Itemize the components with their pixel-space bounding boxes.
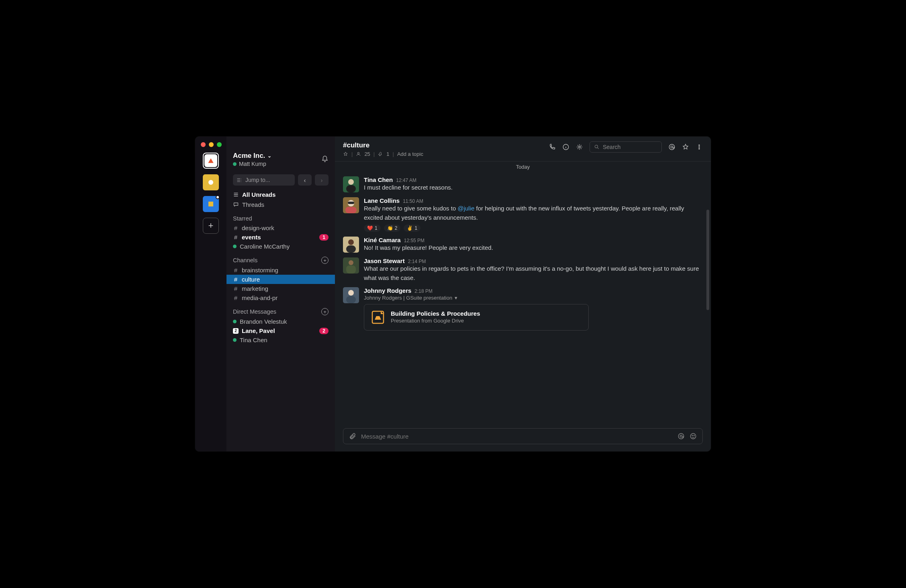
mentions-icon[interactable] [668, 143, 675, 151]
history-back-button[interactable]: ‹ [298, 174, 312, 186]
message-time: 12:55 PM [404, 238, 424, 243]
all-unreads-link[interactable]: All Unreads [226, 190, 335, 200]
gear-icon[interactable] [576, 143, 583, 151]
svg-point-6 [699, 147, 700, 147]
message-author[interactable]: Lane Collins [364, 197, 400, 204]
workspace-switcher-3[interactable] [203, 196, 219, 212]
svg-point-5 [699, 145, 700, 145]
message-author[interactable]: Johnny Rodgers [364, 287, 411, 294]
phone-icon[interactable] [549, 143, 556, 151]
channel-label: marketing [242, 285, 268, 292]
channel-header: #culture | 25 | 1 | Add a topic [335, 137, 711, 161]
pin-count[interactable]: 1 [386, 151, 389, 157]
avatar[interactable] [343, 237, 359, 253]
dm-label: Brandon Velestuk [240, 318, 287, 325]
svg-point-17 [348, 290, 354, 296]
emoji-icon[interactable] [690, 433, 697, 440]
peace-emoji-icon: ✌️ [407, 225, 413, 231]
dm-label: Caroline McCarthy [240, 243, 290, 250]
message-list[interactable]: Today Tina Chen 12:47 AM I must decline … [335, 161, 711, 428]
workspace-menu[interactable]: Acme Inc. ⌄ [233, 152, 271, 160]
message-time: 2:14 PM [408, 259, 426, 264]
member-count[interactable]: 25 [364, 151, 370, 157]
close-window-button[interactable] [201, 142, 206, 147]
sidebar-dm-brandon[interactable]: Brandon Velestuk [226, 317, 335, 326]
chevron-left-icon: ‹ [304, 177, 306, 184]
reaction-button[interactable]: ❤️1 [364, 225, 381, 232]
add-topic-button[interactable]: Add a topic [397, 151, 423, 157]
heart-emoji-icon: ❤️ [367, 225, 373, 231]
message-time: 2:18 PM [414, 288, 433, 294]
avatar[interactable] [343, 197, 359, 213]
add-workspace-button[interactable]: + [203, 218, 219, 234]
hash-icon: # [233, 225, 239, 231]
group-dm-count-icon: 2 [233, 328, 239, 334]
threads-link[interactable]: Threads [226, 200, 335, 210]
reactions-bar: ❤️1 👏2 ✌️1 [364, 225, 703, 232]
avatar-placeholder-icon [343, 237, 359, 253]
reaction-button[interactable]: ✌️1 [404, 225, 420, 232]
minimize-window-button[interactable] [209, 142, 214, 147]
pin-icon [378, 151, 383, 157]
avatar-placeholder-icon [343, 257, 359, 274]
person-icon [356, 151, 361, 157]
svg-point-3 [669, 144, 675, 150]
current-user-name: Matt Kump [239, 161, 266, 167]
sidebar-channel-brainstorming[interactable]: # brainstorming [226, 265, 335, 275]
message-row: Jason Stewart 2:14 PM What are our polic… [343, 255, 703, 285]
hash-icon: # [233, 294, 239, 301]
sidebar-channel-design-work[interactable]: # design-work [226, 223, 335, 233]
sidebar-channel-culture[interactable]: # culture [226, 275, 335, 284]
dms-section-header: Direct Messages + [226, 302, 335, 317]
avatar[interactable] [343, 257, 359, 274]
jump-to-placeholder: Jump to... [245, 177, 270, 183]
history-forward-button[interactable]: › [315, 174, 329, 186]
search-input[interactable]: Search [590, 141, 662, 153]
sidebar-dm-caroline[interactable]: Caroline McCarthy [226, 242, 335, 251]
add-channel-button[interactable]: + [321, 257, 329, 264]
jump-to-input[interactable]: Jump to... [233, 174, 295, 186]
message-input[interactable] [361, 433, 673, 440]
workspace-switcher-2[interactable] [203, 174, 219, 190]
date-divider: Today [343, 164, 703, 170]
message-composer[interactable] [343, 428, 703, 444]
traffic-lights [201, 142, 222, 147]
thread-icon [233, 202, 239, 208]
caret-down-icon[interactable]: ▾ [455, 295, 457, 301]
maximize-window-button[interactable] [217, 142, 222, 147]
star-icon[interactable] [343, 151, 348, 157]
more-vertical-icon[interactable] [696, 143, 703, 151]
workspace-rail: + [195, 137, 226, 451]
starred-section-label: Starred [233, 215, 252, 222]
notifications-button[interactable] [321, 155, 329, 164]
svg-point-20 [678, 433, 684, 439]
attachment-meta: Johnny Rodgers | GSuite presentation ▾ [364, 295, 703, 301]
sidebar-channel-marketing[interactable]: # marketing [226, 284, 335, 293]
sidebar-channel-media-and-pr[interactable]: # media-and-pr [226, 293, 335, 302]
reaction-button[interactable]: 👏2 [384, 225, 401, 232]
info-icon[interactable] [562, 143, 569, 151]
message-author[interactable]: Kiné Camara [364, 237, 401, 243]
avatar[interactable] [343, 176, 359, 192]
at-icon[interactable] [677, 433, 685, 440]
paperclip-icon[interactable] [349, 433, 356, 440]
workspace-switcher-1[interactable] [203, 153, 219, 169]
message-author[interactable]: Tina Chen [364, 176, 393, 183]
new-dm-button[interactable]: + [321, 308, 329, 315]
svg-rect-18 [346, 296, 356, 303]
threads-label: Threads [242, 201, 264, 208]
avatar-placeholder-icon [343, 197, 359, 213]
user-mention[interactable]: @julie [457, 205, 474, 212]
scrollbar[interactable] [706, 210, 709, 310]
channel-title: #culture [343, 141, 542, 149]
triangle-up-icon [207, 157, 215, 165]
avatar-placeholder-icon [343, 287, 359, 303]
star-outline-icon[interactable] [682, 143, 689, 151]
google-drive-icon [371, 310, 385, 325]
message-author[interactable]: Jason Stewart [364, 257, 405, 264]
attachment-card[interactable]: Building Policies & Procedures Presentat… [364, 304, 589, 331]
sidebar-dm-lane-pavel[interactable]: 2 Lane, Pavel 2 [226, 326, 335, 335]
avatar[interactable] [343, 287, 359, 303]
sidebar-dm-tina[interactable]: Tina Chen [226, 335, 335, 345]
sidebar-channel-events[interactable]: # events 1 [226, 233, 335, 242]
